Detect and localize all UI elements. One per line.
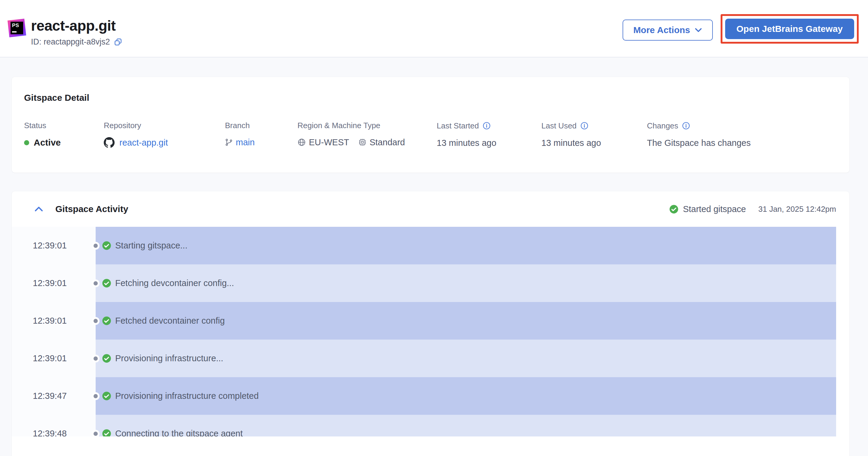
changes-label: Changes — [647, 122, 678, 130]
main-content: Gitspace Detail Status Active Repository — [12, 77, 849, 456]
branch-column: Branch main — [225, 122, 298, 148]
log-timestamp: 12:39:01 — [12, 264, 96, 302]
more-actions-label: More Actions — [633, 25, 690, 35]
repository-label: Repository — [104, 122, 141, 129]
status-active-dot — [24, 140, 29, 145]
branch-label: Branch — [225, 122, 250, 129]
top-header: PS react-app.git ID: reactappgit-a8vjs2 … — [0, 0, 868, 57]
page-title: react-app.git — [31, 19, 122, 33]
log-message: Provisioning infrastructure... — [115, 354, 223, 363]
chevron-down-icon — [695, 28, 702, 32]
repository-column: Repository react-app.git — [104, 122, 225, 148]
github-icon — [104, 137, 115, 148]
collapse-chevron-up-icon[interactable] — [34, 206, 43, 212]
info-icon[interactable] — [682, 122, 690, 130]
log-timestamp: 12:39:48 — [12, 415, 96, 436]
log-timestamp: 12:39:01 — [12, 340, 96, 377]
last-started-column: Last Started 13 minutes ago — [437, 122, 541, 148]
timeline-dot-icon — [94, 319, 98, 323]
status-label: Status — [24, 122, 46, 129]
log-timestamp: 12:39:01 — [12, 302, 96, 340]
log-timestamp: 12:39:01 — [12, 227, 96, 264]
activity-status-text: Started gitspace — [683, 204, 746, 214]
phpstorm-icon: PS — [7, 19, 26, 37]
timeline-dot-icon — [94, 244, 98, 248]
timeline-dot-icon — [94, 432, 98, 436]
info-icon[interactable] — [483, 122, 491, 130]
gitspace-detail-card: Gitspace Detail Status Active Repository — [12, 77, 849, 173]
log-message: Provisioning infrastructure completed — [115, 391, 259, 401]
log-timestamp: 12:39:47 — [12, 377, 96, 415]
region-machine-label: Region & Machine Type — [298, 122, 380, 129]
success-check-icon — [669, 205, 679, 214]
log-row: 12:39:48 Connecting to the gitspace agen… — [12, 415, 849, 436]
log-row: 12:39:01 Fetching devcontainer config... — [12, 264, 849, 302]
gitspace-activity-title: Gitspace Activity — [55, 204, 128, 214]
log-row: 12:39:47 Provisioning infrastructure com… — [12, 377, 849, 415]
timeline-dot-icon — [94, 394, 98, 398]
machine-type-icon — [358, 138, 367, 147]
last-used-column: Last Used 13 minutes ago — [541, 122, 647, 148]
gitspace-id: ID: reactappgit-a8vjs2 — [31, 37, 110, 47]
more-actions-button[interactable]: More Actions — [623, 20, 713, 40]
log-message: Fetching devcontainer config... — [115, 278, 234, 288]
last-started-value: 13 minutes ago — [437, 138, 496, 148]
log-row: 12:39:01 Fetched devcontainer config — [12, 302, 849, 340]
log-row: 12:39:01 Starting gitspace... — [12, 227, 849, 264]
git-branch-icon — [225, 139, 233, 146]
phpstorm-icon-square: PS — [10, 22, 23, 34]
region-value: EU-WEST — [309, 137, 349, 148]
phpstorm-icon-label: PS — [12, 23, 19, 29]
gitspace-detail-title: Gitspace Detail — [24, 93, 837, 102]
brand-block: PS react-app.git ID: reactappgit-a8vjs2 — [7, 19, 122, 47]
open-jetbrains-gateway-button[interactable]: Open JetBrains Gateway — [725, 19, 854, 39]
success-check-icon — [102, 429, 111, 436]
log-message: Starting gitspace... — [115, 241, 187, 250]
region-machine-column: Region & Machine Type EU-WEST — [298, 122, 437, 148]
activity-status-time: 31 Jan, 2025 12:42pm — [758, 205, 836, 214]
branch-link[interactable]: main — [236, 137, 255, 148]
changes-column: Changes The Gitspace has changes — [647, 122, 837, 148]
machine-type-value: Standard — [370, 137, 405, 148]
success-check-icon — [102, 278, 111, 288]
success-check-icon — [102, 241, 111, 250]
repository-link[interactable]: react-app.git — [119, 138, 168, 148]
activity-status: Started gitspace 31 Jan, 2025 12:42pm — [669, 204, 836, 214]
gitspace-activity-card: Gitspace Activity Started gitspace 31 Ja… — [12, 191, 849, 456]
log-row: 12:39:01 Provisioning infrastructure... — [12, 340, 849, 377]
status-column: Status Active — [24, 122, 104, 148]
log-message: Connecting to the gitspace agent — [115, 429, 243, 436]
phpstorm-icon-underscore — [12, 31, 17, 32]
log-message: Fetched devcontainer config — [115, 316, 225, 326]
last-used-value: 13 minutes ago — [541, 138, 601, 148]
header-actions: More Actions Open JetBrains Gateway — [623, 14, 859, 43]
globe-icon — [298, 138, 306, 147]
success-check-icon — [102, 391, 111, 401]
activity-log[interactable]: 12:39:01 Starting gitspace... — [12, 227, 849, 436]
copy-icon[interactable] — [114, 38, 122, 46]
timeline-dot-icon — [94, 281, 98, 285]
timeline-dot-icon — [94, 357, 98, 361]
last-started-label: Last Started — [437, 122, 479, 130]
open-jetbrains-gateway-label: Open JetBrains Gateway — [737, 24, 843, 34]
annotation-highlight: Open JetBrains Gateway — [721, 14, 859, 43]
success-check-icon — [102, 354, 111, 363]
info-icon[interactable] — [580, 122, 589, 130]
last-used-label: Last Used — [541, 122, 577, 130]
changes-value: The Gitspace has changes — [647, 138, 751, 148]
success-check-icon — [102, 316, 111, 326]
status-value: Active — [34, 137, 61, 148]
